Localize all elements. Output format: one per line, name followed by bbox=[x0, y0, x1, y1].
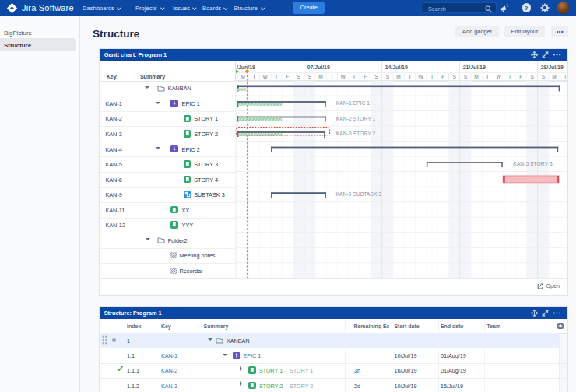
svg-text:F: F bbox=[286, 74, 290, 79]
svg-text:M: M bbox=[475, 74, 479, 79]
svg-text:T: T bbox=[409, 74, 412, 79]
svg-text:S: S bbox=[531, 74, 535, 79]
svg-text:T: T bbox=[564, 74, 567, 79]
svg-text:T: T bbox=[430, 74, 434, 79]
svg-text:T: T bbox=[275, 74, 278, 79]
svg-text:F: F bbox=[364, 74, 367, 79]
svg-text:T: T bbox=[253, 74, 256, 79]
svg-text:T: T bbox=[331, 74, 334, 79]
svg-text:KAN-9 SUBTASK 3: KAN-9 SUBTASK 3 bbox=[336, 191, 382, 197]
svg-text:07/Jul/19: 07/Jul/19 bbox=[307, 65, 330, 70]
svg-text:W: W bbox=[263, 74, 269, 79]
svg-text:M: M bbox=[397, 74, 401, 79]
svg-text:M: M bbox=[319, 74, 323, 79]
svg-text:F: F bbox=[442, 74, 445, 79]
svg-text:14/Jul/19: 14/Jul/19 bbox=[385, 65, 408, 70]
svg-text:T: T bbox=[486, 74, 490, 79]
svg-text:F: F bbox=[520, 74, 523, 79]
svg-text:S: S bbox=[297, 74, 301, 79]
svg-text:W: W bbox=[341, 74, 346, 79]
svg-text:W: W bbox=[419, 74, 424, 79]
svg-text:S: S bbox=[386, 74, 390, 79]
svg-text:M: M bbox=[241, 74, 245, 79]
svg-text:28/Jul/19: 28/Jul/19 bbox=[541, 65, 564, 70]
svg-text:21/Jul/19: 21/Jul/19 bbox=[463, 65, 486, 70]
svg-text:/Jun/19: /Jun/19 bbox=[237, 65, 255, 70]
svg-text:S: S bbox=[375, 74, 379, 79]
svg-text:KAN-1 EPIC 1: KAN-1 EPIC 1 bbox=[336, 100, 371, 106]
svg-text:T: T bbox=[508, 74, 511, 79]
svg-text:KAN-5 STORY 3: KAN-5 STORY 3 bbox=[513, 161, 553, 166]
svg-text:KAN-3 STORY 2: KAN-3 STORY 2 bbox=[336, 131, 376, 136]
svg-text:S: S bbox=[308, 74, 312, 79]
svg-text:KAN-2 STORY 1: KAN-2 STORY 1 bbox=[336, 116, 376, 121]
svg-text:W: W bbox=[497, 74, 502, 79]
svg-text:S: S bbox=[464, 74, 468, 79]
svg-text:T: T bbox=[353, 74, 356, 79]
svg-text:S: S bbox=[542, 74, 546, 79]
svg-text:S: S bbox=[453, 74, 457, 79]
svg-text:M: M bbox=[553, 74, 557, 79]
